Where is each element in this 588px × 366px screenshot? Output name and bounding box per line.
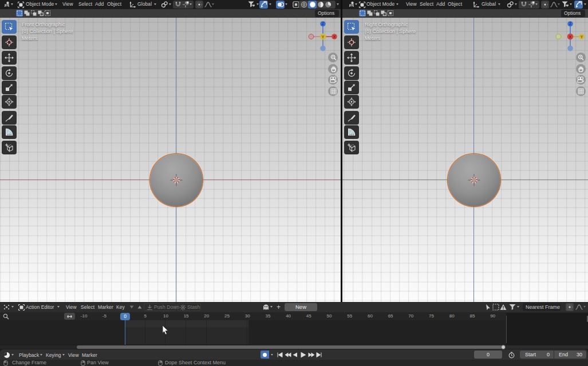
svg-text:Z: Z xyxy=(569,22,571,26)
svg-text:Y: Y xyxy=(322,35,325,39)
svg-text:Y: Y xyxy=(581,35,583,39)
svg-text:X: X xyxy=(569,35,572,39)
svg-text:Z: Z xyxy=(322,22,324,26)
svg-text:X: X xyxy=(333,35,336,39)
